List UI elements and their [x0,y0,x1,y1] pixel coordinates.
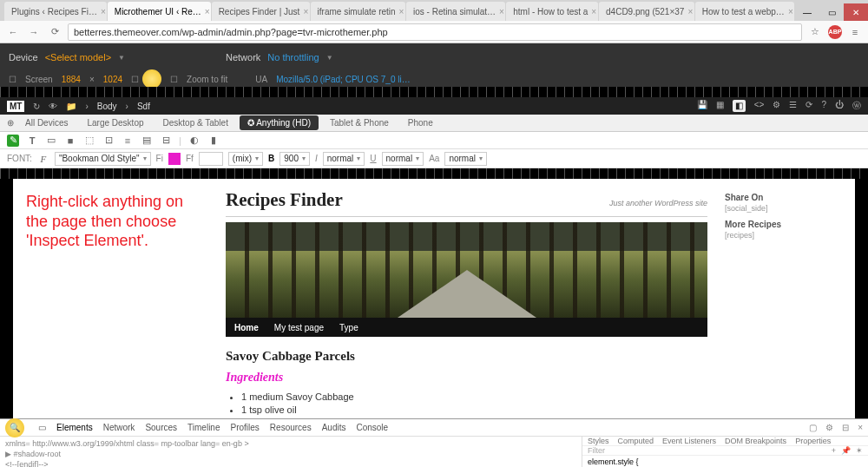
font-family-select[interactable]: "Bookman Old Style"▾ [55,152,151,166]
text-icon[interactable]: T [26,135,38,147]
save-icon[interactable]: 💾 [697,100,707,112]
gear-icon[interactable]: ⚙ [773,100,780,112]
gradient-icon[interactable]: ◐ [188,135,201,147]
forward-button[interactable]: → [26,24,42,40]
breadcrumb[interactable]: Sdf [137,102,150,111]
unit-select[interactable]: (mix)▾ [228,152,263,166]
devtools-tab[interactable]: Resources [270,423,312,432]
wp-icon[interactable]: ⓦ [852,100,861,112]
device-toggle-icon[interactable]: ▭ [38,423,46,432]
css-rule[interactable]: element.style { [588,457,863,466]
weight-select[interactable]: 900▾ [279,152,310,166]
tab[interactable]: Microthemer UI ‹ Re…× [108,2,211,21]
devtools-tab[interactable]: Console [356,423,388,432]
url-input[interactable]: betterres.themeover.com/wp-admin/admin.p… [68,23,802,41]
styles-tab[interactable]: Event Listeners [662,437,716,445]
close-icon[interactable]: × [499,7,504,16]
zoom-fit[interactable]: Zoom to fit [187,75,227,84]
tab[interactable]: d4CD9.png (521×37× [599,2,694,21]
screen-width[interactable]: 1884 [62,75,81,84]
nav-link[interactable]: Type [339,323,358,332]
close-icon[interactable]: × [858,423,863,432]
menu-icon[interactable]: ≡ [847,24,863,40]
size-input[interactable] [199,152,223,166]
close-icon[interactable]: × [591,7,596,16]
folder-icon[interactable]: 📁 [66,102,76,111]
options-icon[interactable]: ☰ [789,100,797,112]
network-select[interactable]: No throttling [267,52,319,62]
close-icon[interactable]: × [303,7,308,16]
code-icon[interactable]: <> [754,100,765,112]
devtools-tab[interactable]: Elements [56,423,93,432]
close-button[interactable]: ✕ [844,3,868,21]
device-select[interactable]: <Select model> [45,52,111,62]
devtools-tab[interactable]: Audits [322,423,346,432]
device-tab[interactable]: Phone [400,115,441,130]
tab[interactable]: How to test a webp…× [695,2,794,21]
close-icon[interactable]: × [205,7,210,16]
close-icon[interactable]: × [101,7,106,16]
list-icon[interactable]: ≡ [122,135,134,147]
help-icon[interactable]: ? [821,100,826,112]
maximize-button[interactable]: ▭ [819,3,844,21]
grid-icon[interactable]: ▦ [716,100,724,112]
underline-select[interactable]: normal▾ [382,152,424,166]
reload-button[interactable]: ⟳ [47,24,62,40]
close-icon[interactable]: × [399,7,404,16]
tab[interactable]: ios - Retina simulat…× [406,2,505,21]
device-tab[interactable]: Large Desktop [79,115,151,130]
close-icon[interactable]: × [687,7,693,16]
breadcrumb[interactable]: Body [97,102,117,111]
misc-icon[interactable]: ⊟ [160,135,172,147]
nav-link[interactable]: Home [234,323,259,332]
devtools-tab[interactable]: Sources [145,423,177,432]
drawer-icon[interactable]: ▢ [809,423,817,432]
screen-height[interactable]: 1024 [103,75,122,84]
devtools-tab[interactable]: Profiles [230,423,259,432]
pin-icon[interactable]: 📌 [841,446,851,455]
font-family-icon[interactable]: F [37,153,49,165]
device-tab[interactable]: Desktop & Tablet [155,115,236,130]
power-icon[interactable]: ⏻ [835,100,844,112]
edit-icon[interactable]: ✎ [7,135,19,147]
box-icon[interactable]: ■ [64,135,76,147]
close-icon[interactable]: × [788,7,793,16]
extra-icon[interactable]: ▮ [207,135,220,147]
add-rule-icon[interactable]: + [832,446,836,455]
device-tab[interactable]: All Devices [17,115,76,130]
refresh-icon[interactable]: ⟳ [806,100,812,112]
styles-tab[interactable]: DOM Breakpoints [725,437,786,445]
sync-icon[interactable]: ↻ [33,102,40,111]
devtools-tab[interactable]: Network [103,423,135,432]
back-button[interactable]: ← [5,24,21,40]
ua-value[interactable]: Mozilla/5.0 (iPad; CPU OS 7_0 li… [276,75,411,84]
eye-icon[interactable]: 👁 [49,102,57,111]
nav-link[interactable]: My test page [274,323,324,332]
styles-tab[interactable]: Properties [795,437,831,445]
abp-icon[interactable]: ABP [828,25,842,39]
elements-source[interactable]: xmlns= http://www.w3.org/1999/xhtml clas… [0,437,582,467]
border-icon[interactable]: ⊡ [102,135,115,147]
site-preview[interactable]: Recipes Finder Just another WordPress si… [208,179,855,418]
tab[interactable]: html - How to test a× [506,2,598,21]
inspect-button[interactable]: 🔍 [5,418,24,437]
minimize-button[interactable]: — [795,3,819,21]
ruler-icon[interactable]: ◧ [733,100,746,112]
case-select[interactable]: normal▾ [444,152,487,166]
styles-tab[interactable]: Styles [588,437,609,445]
hover-icon[interactable]: ✶ [856,446,863,455]
align-icon[interactable]: ▤ [141,135,153,147]
device-tab[interactable]: Tablet & Phone [322,115,397,130]
filter-input[interactable]: Filter [588,446,605,455]
settings-icon[interactable]: ⚙ [825,423,833,432]
devtools-tab[interactable]: Timeline [187,423,220,432]
device-tab[interactable]: ✪ Anything (HD) [240,115,319,130]
color-swatch[interactable] [168,153,181,165]
italic-select[interactable]: normal▾ [323,152,365,166]
dock-icon[interactable]: ⊟ [842,423,849,432]
styles-tab[interactable]: Computed [618,437,654,445]
tab[interactable]: iframe simulate retin× [311,2,405,21]
tab[interactable]: Recipes Finder | Just× [212,2,310,21]
tab[interactable]: Plugins ‹ Recipes Fi…× [4,2,107,21]
mt-logo[interactable]: MT [7,101,24,112]
